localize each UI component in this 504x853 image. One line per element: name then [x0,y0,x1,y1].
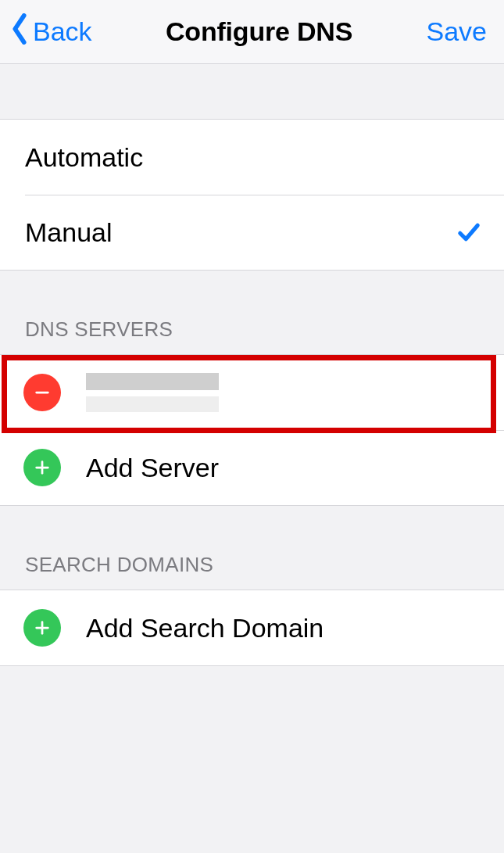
page-title: Configure DNS [166,16,352,47]
dns-servers-group: Add Server [0,354,504,506]
dns-server-value-redacted [86,373,219,412]
delete-icon[interactable] [23,374,61,411]
add-server-label: Add Server [86,453,481,483]
add-icon [23,449,61,486]
mode-option-label: Automatic [25,142,481,173]
mode-option-manual[interactable]: Manual [0,195,504,270]
mode-option-label: Manual [25,217,457,248]
dns-server-row[interactable] [0,355,504,430]
navbar: Back Configure DNS Save [0,0,504,64]
add-server-row[interactable]: Add Server [0,430,504,505]
add-icon [23,609,61,647]
save-button[interactable]: Save [426,16,487,47]
dns-servers-header: DNS SERVERS [0,271,504,354]
search-domains-header: SEARCH DOMAINS [0,506,504,590]
spacer [0,64,504,119]
checkmark-icon [457,220,481,244]
add-search-domain-row[interactable]: Add Search Domain [0,590,504,665]
mode-option-automatic[interactable]: Automatic [0,120,504,195]
back-button[interactable]: Back [9,13,92,51]
search-domains-group: Add Search Domain [0,590,504,666]
back-label: Back [33,16,92,47]
add-search-domain-label: Add Search Domain [86,613,481,643]
chevron-left-icon [9,13,33,51]
mode-group: Automatic Manual [0,119,504,271]
